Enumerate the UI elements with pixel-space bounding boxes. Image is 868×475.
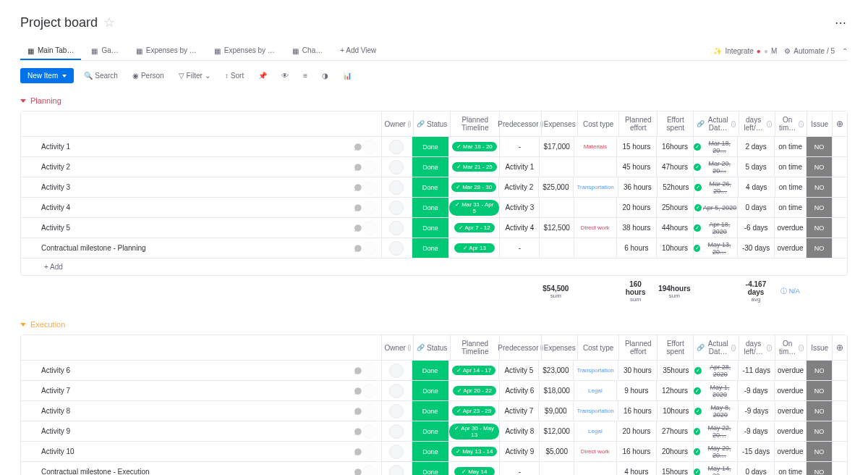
planned-effort-cell[interactable]: 15 hours — [616, 137, 656, 156]
costtype-cell[interactable]: Direct work — [574, 218, 616, 238]
status-cell[interactable]: Done — [412, 157, 448, 177]
ontime-cell[interactable]: on time — [774, 198, 806, 217]
issue-cell[interactable]: NO — [806, 137, 832, 156]
column-header[interactable]: Cost type — [577, 335, 618, 360]
status-cell[interactable]: Done — [412, 177, 448, 197]
expenses-cell[interactable]: $12,500 — [539, 218, 574, 238]
planned-effort-cell[interactable]: 45 hours — [616, 157, 656, 177]
pin-icon[interactable]: 📌 — [254, 69, 271, 83]
actual-date-cell[interactable]: ✓Apr 18, 2020 — [693, 218, 737, 238]
table-row[interactable]: Activity 6Done✓ Apr 14 - 17Activity 5$23… — [21, 361, 847, 381]
group-title[interactable]: Planning — [20, 93, 61, 108]
tab[interactable]: ▦ Expenses by … — [129, 42, 204, 60]
expenses-cell[interactable] — [539, 462, 574, 475]
timeline-cell[interactable]: ✓ Apr 30 - May 13 — [448, 421, 499, 441]
timeline-cell[interactable]: ✓ Apr 14 - 17 — [448, 361, 499, 380]
comment-icon[interactable] — [354, 244, 362, 253]
column-header[interactable]: On tim… i — [775, 112, 807, 136]
table-row[interactable]: Activity 1Done✓ Mar 18 - 20-$17,000Mater… — [21, 137, 847, 157]
column-header[interactable]: Predecessor i — [499, 335, 541, 360]
timeline-cell[interactable]: ✓ Apr 20 - 22 — [448, 381, 499, 400]
days-left-cell[interactable]: 2 days — [737, 137, 774, 156]
item-name-cell[interactable]: Activity 5 — [21, 218, 381, 238]
planned-effort-cell[interactable]: 20 hours — [616, 421, 656, 441]
predecessor-cell[interactable]: - — [499, 238, 539, 258]
predecessor-cell[interactable]: Activity 6 — [499, 381, 539, 400]
column-header[interactable]: Planned effort — [618, 112, 657, 136]
actual-date-cell[interactable]: ✓Apr 28, 2020 — [694, 361, 737, 380]
column-header[interactable]: 🔗 Status — [413, 112, 450, 136]
color-icon[interactable]: ◑ — [318, 69, 333, 83]
expenses-cell[interactable]: $12,000 — [539, 421, 574, 441]
tab[interactable]: ▦ Ga… — [84, 42, 125, 60]
collapse-icon[interactable]: ⌃ — [842, 47, 848, 55]
expenses-cell[interactable]: $25,000 — [538, 177, 572, 197]
chart-icon[interactable]: 📊 — [339, 69, 356, 83]
ontime-cell[interactable]: on time — [774, 462, 806, 475]
column-header[interactable]: ⊕ — [832, 112, 847, 136]
issue-cell[interactable]: NO — [806, 361, 832, 380]
height-icon[interactable]: ≡ — [299, 69, 312, 83]
costtype-cell[interactable]: Legal — [574, 381, 616, 400]
column-header[interactable]: 🔗 Actual Dat… i — [693, 335, 739, 360]
ontime-cell[interactable]: overdue — [775, 361, 806, 380]
timeline-cell[interactable]: ✓ Mar 18 - 20 — [448, 137, 499, 156]
comment-icon[interactable] — [354, 203, 362, 212]
table-row[interactable]: Activity 7Done✓ Apr 20 - 22Activity 6$18… — [21, 381, 847, 401]
days-left-cell[interactable]: 4 days — [738, 177, 775, 197]
column-header[interactable]: 🔗 Actual Dat… i — [693, 112, 739, 136]
ontime-cell[interactable]: overdue — [774, 442, 806, 461]
ontime-cell[interactable]: overdue — [774, 218, 806, 238]
status-cell[interactable]: Done — [412, 462, 448, 475]
predecessor-cell[interactable]: - — [499, 462, 539, 475]
ontime-cell[interactable]: overdue — [774, 381, 806, 400]
issue-cell[interactable]: NO — [806, 381, 832, 400]
column-header[interactable]: Expenses — [541, 335, 577, 360]
effort-spent-cell[interactable]: 10hours — [657, 401, 694, 421]
days-left-cell[interactable]: 5 days — [737, 157, 774, 177]
ontime-cell[interactable]: on time — [774, 137, 806, 156]
comment-icon[interactable] — [354, 224, 362, 232]
comment-icon[interactable] — [354, 407, 362, 416]
predecessor-cell[interactable]: Activity 5 — [498, 361, 538, 380]
actual-date-cell[interactable]: ✓May 29, 20… — [693, 442, 737, 461]
table-row[interactable]: Contractual milestone - ExecutionDone✓ M… — [21, 462, 847, 475]
table-row[interactable]: Activity 4Done✓ Mar 31 - Apr 5Activity 3… — [21, 198, 847, 218]
status-cell[interactable]: Done — [412, 361, 448, 380]
automate-button[interactable]: ⚙ Automate / 5 — [784, 47, 835, 55]
actual-date-cell[interactable]: ✓Mar 20, 20… — [693, 157, 737, 177]
costtype-cell[interactable]: Materials — [574, 137, 616, 156]
group-title[interactable]: Execution — [20, 317, 65, 332]
timeline-cell[interactable]: ✓ Apr 13 — [448, 238, 499, 258]
status-cell[interactable]: Done — [412, 198, 448, 217]
issue-cell[interactable]: NO — [806, 462, 832, 475]
owner-cell[interactable] — [381, 137, 412, 156]
column-header[interactable]: Issue — [807, 335, 832, 360]
expenses-cell[interactable] — [539, 198, 574, 217]
sort-button[interactable]: ↕ Sort — [221, 69, 248, 83]
table-row[interactable]: Activity 10Done✓ May 13 - 14Activity 9$5… — [21, 442, 847, 462]
actual-date-cell[interactable]: ✓Mar 18, 20… — [693, 137, 737, 156]
planned-effort-cell[interactable]: 4 hours — [616, 462, 656, 475]
comment-icon[interactable] — [354, 387, 362, 395]
ontime-cell[interactable]: on time — [775, 177, 806, 197]
status-cell[interactable]: Done — [412, 137, 448, 156]
issue-cell[interactable]: NO — [806, 218, 832, 238]
comment-icon[interactable] — [354, 183, 362, 192]
filter-button[interactable]: ▽ Filter ⌄ — [174, 69, 215, 83]
table-row[interactable]: Activity 3Done✓ Mar 28 - 30Activity 2$25… — [21, 177, 847, 198]
issue-cell[interactable]: NO — [806, 421, 832, 441]
more-menu-icon[interactable]: ⋯ — [835, 16, 848, 30]
new-item-button[interactable]: New Item — [20, 68, 74, 83]
actual-date-cell[interactable]: ✓May 13, 20… — [693, 238, 737, 258]
ontime-cell[interactable]: overdue — [774, 421, 806, 441]
planned-effort-cell[interactable]: 9 hours — [616, 381, 656, 400]
effort-spent-cell[interactable]: 35hours — [657, 361, 694, 380]
days-left-cell[interactable]: 0 days — [737, 462, 774, 475]
planned-effort-cell[interactable]: 20 hours — [616, 198, 656, 217]
column-header[interactable]: days left/… i — [739, 335, 775, 360]
effort-spent-cell[interactable]: 16hours — [656, 137, 693, 156]
integrate-button[interactable]: ✨ Integrate ● ● M — [713, 47, 777, 55]
planned-effort-cell[interactable]: 6 hours — [616, 238, 656, 258]
effort-spent-cell[interactable]: 47hours — [656, 157, 693, 177]
